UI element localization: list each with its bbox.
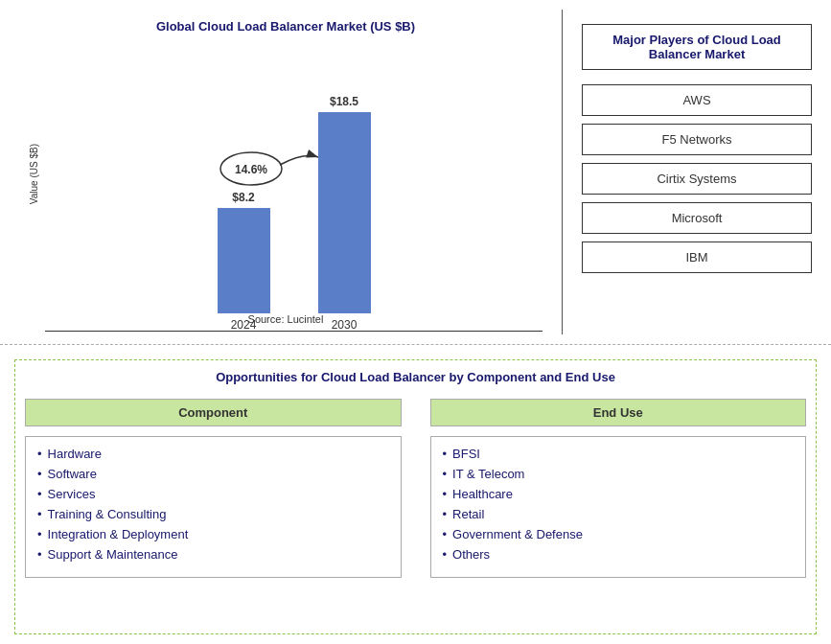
chart-wrapper: Value (US $B) $8.2 2024 [29,43,542,306]
end-use-items: • BFSI • IT & Telecom • Healthcare • Ret… [430,436,807,578]
end-use-item-label-0: BFSI [452,447,480,461]
end-use-item-label-2: Healthcare [452,487,513,501]
cagr-arrow-svg: 14.6% [208,148,323,205]
eu-bullet-4: • [443,527,448,541]
end-use-item-4: • Government & Defense [443,527,795,541]
bullet-2: • [37,487,42,501]
component-items: • Hardware • Software • Services • Train… [25,436,402,578]
bullet-4: • [37,527,42,541]
end-use-item-0: • BFSI [443,447,795,461]
end-use-item-3: • Retail [443,507,795,521]
bar-label-2024: 2024 [231,318,257,332]
component-item-0: • Hardware [37,447,389,461]
player-aws: AWS [582,84,812,116]
component-item-label-5: Support & Maintenance [48,547,178,562]
bullet-1: • [37,467,42,481]
bullet-5: • [37,547,42,562]
component-item-label-1: Software [48,467,97,481]
bar-group-2030: $18.5 2030 [318,95,371,332]
bars-container: $8.2 2024 [45,95,542,355]
cagr-text: 14.6% [234,163,266,176]
bullet-3: • [37,507,42,521]
end-use-column: End Use • BFSI • IT & Telecom • Healthca… [430,399,807,578]
y-axis-label: Value (US $B) [29,144,39,204]
component-header: Component [25,399,402,426]
component-item-2: • Services [37,487,389,501]
top-section: Global Cloud Load Balancer Market (US $B… [0,0,831,345]
end-use-item-2: • Healthcare [443,487,795,501]
player-ibm: IBM [582,242,812,273]
eu-bullet-0: • [443,447,448,461]
bottom-title: Opportunities for Cloud Load Balancer by… [25,370,806,384]
bar-2024 [218,208,270,313]
bottom-columns: Component • Hardware • Software • Servic… [25,399,806,578]
bullet-0: • [37,447,42,461]
bottom-section: Opportunities for Cloud Load Balancer by… [14,359,817,634]
component-item-label-2: Services [48,487,96,501]
main-container: Global Cloud Load Balancer Market (US $B… [0,0,831,644]
eu-bullet-2: • [443,487,448,501]
end-use-header: End Use [430,399,807,426]
end-use-item-label-5: Others [452,547,490,562]
chart-title: Global Cloud Load Balancer Market (US $B… [156,19,415,34]
player-f5: F5 Networks [582,124,812,155]
eu-bullet-5: • [443,547,448,562]
player-microsoft: Microsoft [582,202,812,234]
eu-bullet-1: • [443,467,448,481]
bar-value-2030: $18.5 [330,95,358,108]
component-column: Component • Hardware • Software • Servic… [25,399,402,578]
component-item-4: • Integration & Deployment [37,527,389,541]
component-item-5: • Support & Maintenance [37,547,389,562]
component-item-1: • Software [37,467,389,481]
end-use-item-5: • Others [443,547,795,562]
eu-bullet-3: • [443,507,448,521]
end-use-item-1: • IT & Telecom [443,467,795,481]
component-item-3: • Training & Consulting [37,507,389,521]
right-panel: Major Players of Cloud Load Balancer Mar… [563,10,831,334]
end-use-item-label-3: Retail [452,507,484,521]
bar-label-2030: 2030 [332,318,358,332]
major-players-title: Major Players of Cloud Load Balancer Mar… [582,24,812,70]
end-use-item-label-4: Government & Defense [452,527,583,541]
bar-group-2024: $8.2 2024 [218,191,270,332]
component-item-label-4: Integration & Deployment [48,527,189,541]
chart-area: Global Cloud Load Balancer Market (US $B… [0,10,563,334]
component-item-label-0: Hardware [48,447,102,461]
player-cirtix: Cirtix Systems [582,163,812,195]
bar-2030 [318,112,371,313]
component-item-label-3: Training & Consulting [48,507,167,521]
end-use-item-label-1: IT & Telecom [452,467,524,481]
x-axis-line [45,331,542,332]
chart-inner: $8.2 2024 [45,95,542,306]
